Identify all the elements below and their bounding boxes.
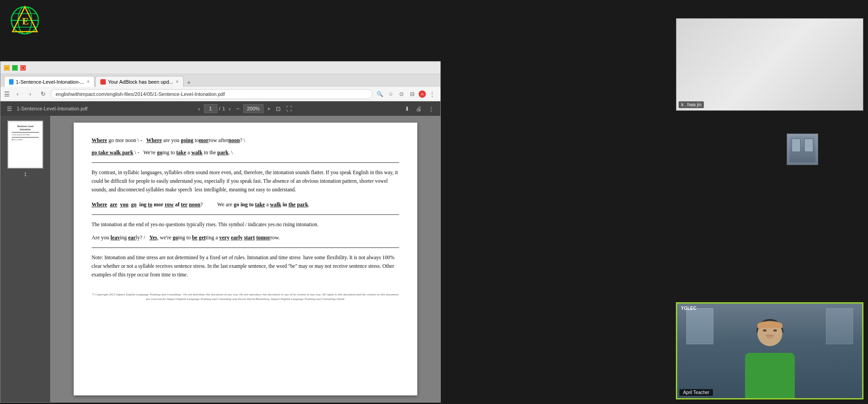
teacher-video-content — [677, 304, 862, 398]
pdf-page: Where go mor noon \ - Where are you goin… — [74, 123, 417, 395]
pdf-more-options[interactable]: ⋮ — [426, 105, 436, 113]
tab-close-pdf[interactable]: × — [87, 79, 90, 84]
top-video-content — [676, 19, 863, 110]
top-video-name-tag: k . hwa jin — [679, 101, 704, 108]
adblock-icon[interactable]: A — [419, 90, 426, 98]
small-video-content — [787, 134, 818, 165]
teacher-body — [745, 353, 795, 398]
pdf-next-page[interactable]: › — [227, 105, 232, 113]
browser-content: Sentence Level Intonation Lorem ipsum te… — [0, 116, 440, 402]
tab-favicon-pdf — [9, 79, 14, 85]
pdf-zoom-out[interactable]: − — [234, 105, 241, 113]
pdf-paragraph-1: By contrast, in syllabic languages, syll… — [92, 168, 399, 194]
pdf-zoom-in[interactable]: + — [265, 105, 273, 113]
tab-label-adblock: Your AdBlock has been upd... — [108, 79, 173, 85]
pdf-toolbar-right: ⬇ 🖨 ⋮ — [403, 105, 436, 113]
pdf-zoom-input[interactable] — [243, 104, 264, 113]
pdf-prev-page[interactable]: ‹ — [196, 105, 202, 113]
window-controls: — □ × — [4, 65, 26, 71]
pdf-thumb-number: 1 — [24, 172, 27, 177]
pdf-paragraph-2: The intonation at the end of yes-no ques… — [92, 220, 399, 228]
browser-window: — □ × 1-Sentence-Level-Intonation-... × … — [0, 61, 441, 403]
pdf-toolbar-left: ☰ 1-Sentence-Level-Intonation.pdf — [5, 105, 88, 113]
tab-label-pdf: 1-Sentence-Level-Intonation-... — [16, 79, 84, 85]
teacher-figure — [736, 317, 804, 398]
back-button[interactable]: ‹ — [13, 89, 23, 99]
star-icon[interactable]: ☆ — [386, 90, 395, 99]
yglec-label: YGLEC — [681, 306, 696, 311]
minimize-button[interactable]: — — [4, 65, 9, 71]
browser-icons: 🔍 ☆ ⊙ ⊟ A ⋮ — [375, 90, 437, 99]
pdf-main[interactable]: Where go mor noon \ - Where are you goin… — [50, 116, 440, 402]
pdf-line-2: go take walk park \ - We're going to tak… — [92, 148, 399, 157]
pdf-example-sentence: Are you leaving early? / Yes, we're goin… — [92, 233, 399, 242]
browser-tabs: 1-Sentence-Level-Intonation-... × Your A… — [0, 74, 440, 87]
top-participant-video: k . hwa jin — [676, 18, 863, 111]
pdf-page-total: 1 — [222, 106, 225, 111]
pdf-note: Note: Intonation and time stress are not… — [92, 253, 399, 279]
pdf-page-separator: / — [219, 106, 221, 111]
logo-area: E — [9, 5, 45, 41]
pdf-fit-page[interactable]: ⊡ — [274, 105, 283, 113]
tab-favicon-adblock — [100, 79, 106, 85]
pdf-sentence-example: Where are you go ing to mor row af ter n… — [92, 200, 399, 209]
pdf-thumbnail-1[interactable]: Sentence Level Intonation Lorem ipsum te… — [7, 120, 43, 169]
teacher-video: YGLEC April Teacher — [676, 302, 863, 399]
history-icon[interactable]: ⊙ — [397, 90, 406, 99]
new-tab-button[interactable]: + — [184, 78, 193, 87]
tab-pdf[interactable]: 1-Sentence-Level-Intonation-... × — [4, 76, 94, 87]
bookmark-icon[interactable]: ⊟ — [408, 90, 417, 99]
svg-text:E: E — [22, 15, 29, 27]
pdf-toolbar-center: ‹ / 1 › − + ⊡ ⛶ — [196, 104, 294, 113]
pdf-menu-button[interactable]: ☰ — [5, 105, 14, 113]
address-input[interactable] — [51, 89, 373, 99]
pdf-filename: 1-Sentence-Level-Intonation.pdf — [17, 106, 88, 111]
teacher-head — [757, 321, 782, 346]
browser-title-bar: — □ × — [0, 62, 440, 74]
pdf-page-input[interactable] — [204, 104, 217, 113]
right-panel: k . hwa jin — [671, 0, 868, 404]
pdf-fullscreen[interactable]: ⛶ — [284, 105, 294, 113]
pdf-sidebar: Sentence Level Intonation Lorem ipsum te… — [0, 116, 50, 402]
forward-button[interactable]: › — [25, 89, 35, 99]
pdf-separator-1 — [92, 162, 399, 163]
small-participant-video — [787, 133, 818, 165]
reload-button[interactable]: ↻ — [38, 89, 48, 99]
tab-close-adblock[interactable]: × — [176, 79, 179, 84]
browser-address-bar: ☰ ‹ › ↻ 🔍 ☆ ⊙ ⊟ A ⋮ — [0, 87, 440, 101]
search-icon[interactable]: 🔍 — [375, 90, 384, 99]
pdf-separator-2 — [92, 214, 399, 215]
pdf-download[interactable]: ⬇ — [403, 105, 411, 113]
pdf-toolbar: ☰ 1-Sentence-Level-Intonation.pdf ‹ / 1 … — [0, 101, 440, 116]
tab-adblock[interactable]: Your AdBlock has been upd... × — [95, 76, 184, 87]
pdf-line-1: Where go mor noon \ - Where are you goin… — [92, 136, 399, 145]
pdf-print[interactable]: 🖨 — [414, 105, 424, 113]
pdf-separator-3 — [92, 247, 399, 248]
logo-icon: E — [9, 5, 41, 36]
pdf-copyright: © Copyright 2015 Impact English Language… — [92, 293, 399, 302]
close-button[interactable]: × — [20, 65, 26, 71]
where-text: Where — [92, 137, 107, 143]
menu-button[interactable]: ☰ — [4, 90, 10, 98]
where-question: Where — [146, 137, 162, 143]
teacher-name-tag: April Teacher — [679, 389, 713, 396]
more-icon[interactable]: ⋮ — [428, 90, 437, 99]
maximize-button[interactable]: □ — [12, 65, 18, 71]
